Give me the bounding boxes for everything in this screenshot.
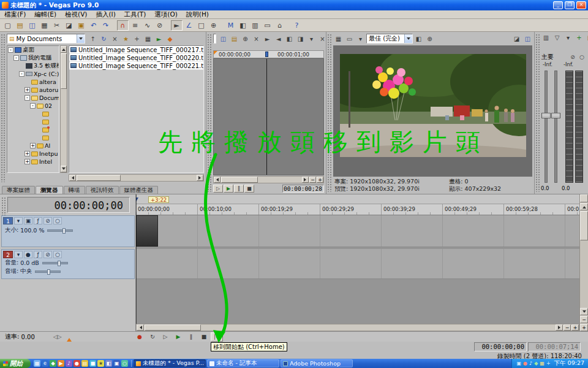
tab-project-media[interactable]: 專案媒體 — [2, 186, 35, 194]
tree-item[interactable]: - 02 — [7, 102, 59, 110]
close-button[interactable]: × — [576, 1, 586, 9]
play-from-start-button[interactable]: ▷ — [159, 332, 172, 342]
menu-insert[interactable]: 插入(I) — [91, 10, 119, 19]
play-button[interactable]: ▶ — [172, 332, 184, 342]
mute-icon[interactable]: ⊘ — [43, 217, 52, 224]
quicklaunch-shortcut-icon[interactable]: ○ — [121, 360, 128, 367]
up-one-level-icon[interactable]: ↑ — [88, 34, 98, 44]
tree-expander[interactable]: - — [13, 55, 19, 61]
track-level-slider[interactable] — [47, 229, 73, 232]
trimmer-open-media-icon[interactable]: ▤ — [229, 34, 239, 44]
tab-transitions[interactable]: 轉場 — [64, 186, 85, 194]
scroll-left-icon[interactable] — [214, 177, 221, 183]
tray-status-icon[interactable]: ♪ — [529, 359, 532, 368]
zoom-in-icon[interactable]: + — [317, 177, 323, 183]
scroll-down-icon[interactable] — [61, 166, 67, 172]
panel-grip[interactable] — [207, 34, 212, 192]
panel-grip[interactable] — [1, 34, 6, 182]
selection-end-display[interactable]: 00:00:07;14 — [528, 342, 581, 351]
quicklaunch-shortcut-icon[interactable]: ■ — [89, 360, 96, 367]
dim-output-icon[interactable]: ▾ — [563, 33, 573, 43]
quicklaunch-shortcut-icon[interactable]: ▣ — [113, 360, 120, 367]
multicamera-edit-icon[interactable]: M — [225, 20, 236, 31]
tree-item[interactable]: - 我的電腦 — [7, 54, 59, 62]
taskbar-window-notepad[interactable]: 未命名 - 記事本 — [207, 359, 279, 367]
show-desktop-icon[interactable]: ▦ — [34, 360, 40, 367]
trimmer-stop-icon[interactable]: ■ — [244, 185, 254, 193]
track-automation-icon[interactable]: ▾ — [14, 217, 23, 224]
menu-tools[interactable]: 工具(T) — [120, 10, 151, 19]
stop-button[interactable]: ■ — [198, 332, 210, 342]
trimmer-play-icon[interactable]: ▶ — [224, 185, 233, 193]
scroll-up-icon[interactable] — [61, 46, 67, 53]
auto-ripple-icon[interactable]: ≡ — [129, 20, 141, 31]
scroll-right-icon[interactable] — [302, 177, 309, 183]
select-right-of-cursor-icon[interactable]: ◨ — [295, 34, 306, 44]
track-pan-slider[interactable] — [35, 270, 61, 273]
volume-fader-right[interactable] — [551, 113, 560, 118]
menu-file[interactable]: 檔案(F) — [0, 10, 30, 19]
envelope-edit-tool-icon[interactable]: ∠ — [183, 20, 195, 31]
whats-this-help-icon[interactable]: ? — [291, 20, 303, 31]
scroll-thumb[interactable] — [145, 324, 201, 331]
redo-icon[interactable]: ↷ — [100, 20, 111, 31]
scroll-thumb[interactable] — [61, 53, 67, 89]
scroll-up-icon[interactable] — [580, 203, 588, 210]
split-screen-view-icon[interactable]: ◧ — [413, 34, 424, 44]
tree-item[interactable]: + Al — [7, 142, 59, 150]
trimmer-ruler[interactable]: 00:00:00;00 00:00:01;00 — [213, 50, 324, 58]
fader-track[interactable] — [554, 71, 557, 183]
copy-snapshot-icon[interactable]: ◪ — [511, 34, 522, 44]
tree-expander[interactable]: + — [24, 151, 30, 156]
refresh-icon[interactable]: ↻ — [99, 34, 109, 44]
scroll-thumb[interactable] — [221, 177, 258, 183]
normal-edit-tool-icon[interactable]: ► — [171, 20, 183, 31]
zoom-out-icon[interactable]: − — [564, 324, 571, 331]
maximize-button[interactable]: ❐ — [565, 1, 575, 9]
tree-item[interactable]: altera — [7, 78, 59, 86]
audio-track-lane[interactable] — [136, 249, 579, 279]
start-preview-icon[interactable]: ► — [154, 34, 164, 44]
tree-item[interactable]: + Inetpu — [7, 150, 59, 158]
trimmer-scrollbar[interactable]: − + — [213, 176, 324, 183]
ignore-event-grouping-icon[interactable]: ⊘ — [154, 20, 165, 31]
file-list-scrollbar[interactable] — [69, 174, 204, 182]
save-snapshot-icon[interactable]: ◫ — [522, 34, 533, 44]
lock-envelopes-icon[interactable]: ∿ — [141, 20, 153, 31]
views-icon[interactable]: ▦ — [143, 34, 153, 44]
track-fx-icon[interactable]: ƒ — [34, 251, 42, 258]
mixer-properties-icon[interactable]: ▥ — [541, 33, 551, 43]
menu-edit[interactable]: 編輯(E) — [30, 10, 61, 19]
preview-quality-dropdown[interactable]: 最佳 (完全) — [366, 34, 413, 44]
rate-scrub-icon[interactable]: ◁▷ — [53, 334, 62, 340]
new-folder-icon[interactable]: + — [132, 34, 142, 44]
track-motion-icon[interactable]: ▣ — [24, 217, 32, 224]
tree-expander[interactable]: - — [8, 47, 13, 53]
trimmer-history-dropdown-icon[interactable]: ▾ — [306, 34, 317, 44]
tree-item[interactable]: 3.5 軟碟機 — [7, 62, 59, 70]
timeline-marker-tag[interactable]: +3:22 — [148, 196, 169, 203]
marker-bar[interactable]: +3:22 — [136, 194, 579, 204]
mixer-views-icon[interactable]: ▦ — [585, 33, 588, 43]
trimmer-zoom-icon[interactable]: ⊕ — [240, 34, 251, 44]
tree-expander[interactable]: + — [24, 159, 30, 164]
pause-button[interactable]: ‖ — [185, 332, 197, 342]
quicklaunch-shortcut-icon[interactable]: ♪ — [66, 360, 72, 367]
tray-status-icon[interactable]: ▦ — [540, 359, 545, 368]
current-time-display[interactable]: 00:00:00;00 — [7, 197, 130, 213]
minimize-button[interactable]: _ — [553, 1, 563, 9]
tab-media-generators[interactable]: 媒體產生器 — [119, 186, 159, 194]
tree-expander[interactable]: - — [19, 71, 24, 77]
address-dropdown[interactable]: ▤ My Documents — [7, 34, 85, 44]
trimmer-media-dropdown[interactable]: (無) — [213, 34, 216, 44]
auto-preview-icon[interactable]: ◆ — [165, 34, 175, 44]
favorites-icon[interactable]: ★ — [121, 34, 131, 44]
panel-grip[interactable] — [327, 34, 332, 192]
new-project-icon[interactable]: ▢ — [2, 20, 13, 31]
panel-grip[interactable] — [535, 34, 540, 192]
timeline-lanes[interactable] — [136, 215, 579, 324]
trimmer-play-from-start-icon[interactable]: ▷ — [213, 185, 223, 193]
tab-explorer[interactable]: 瀏覽器 — [36, 186, 63, 194]
scroll-right-icon[interactable] — [556, 324, 563, 331]
add-to-timeline-after-icon[interactable]: ► — [262, 34, 273, 44]
